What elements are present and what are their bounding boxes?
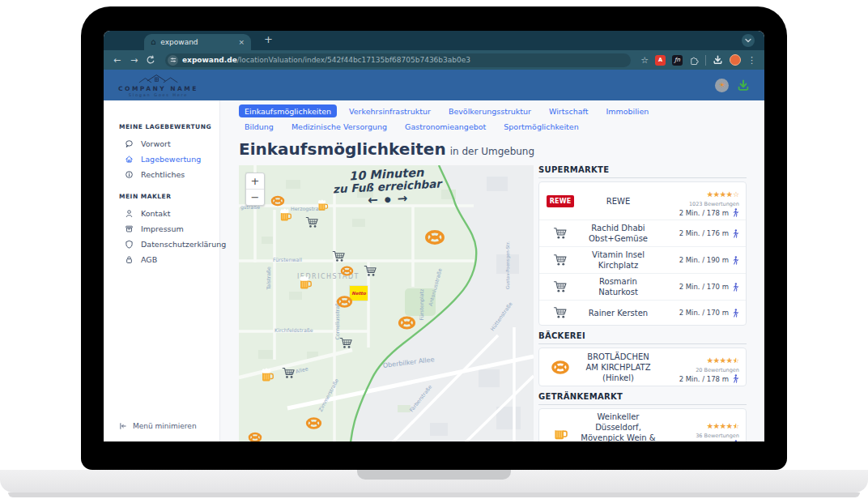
shopping-cart-map-icon[interactable]	[305, 215, 319, 229]
sidebar-item-vorwort[interactable]: Vorwort	[104, 136, 219, 151]
shopping-cart-map-icon[interactable]	[364, 264, 377, 278]
poi-row[interactable]: Rainer Kersten2 Min. / 170 m	[539, 300, 746, 325]
bookmark-star-icon[interactable]: ☆	[640, 56, 649, 65]
tab-medizinische-versorgung[interactable]: Medizinische Versorgung	[286, 120, 393, 133]
url-text: expowand.de/locationValuation/index/542f…	[182, 56, 470, 64]
tab-close-icon[interactable]: ×	[238, 38, 245, 46]
poi-panel: SUPERMÄRKTEREWEREWE☆☆☆☆☆★★★★★1023 Bewert…	[538, 165, 747, 441]
sidebar-section-heading: MEINE LAGEBEWERTUNG	[104, 123, 219, 136]
collapse-menu-button[interactable]: Menü minimieren	[119, 422, 197, 430]
sidebar-item-agb[interactable]: AGB	[104, 252, 219, 267]
map-zoom-out-button[interactable]: −	[246, 190, 264, 205]
sidebar-item-impressum[interactable]: Impressum	[104, 221, 219, 237]
pretzel-map-icon[interactable]	[305, 415, 322, 432]
poi-row[interactable]: BROTLÄDCHEN AM KIRCHPLATZ (Hinkel)☆☆☆☆☆★…	[539, 348, 746, 386]
tab-search-button[interactable]	[742, 34, 755, 47]
theme-sun-button[interactable]: ☀	[715, 79, 729, 92]
shopping-cart-icon	[553, 227, 568, 240]
poi-row[interactable]: Vitamin Insel Kirchplatz2 Min. / 190 m	[539, 246, 746, 273]
page-title: Einkaufsmöglichkeitenin der Umgebung	[239, 139, 747, 159]
pretzel-icon	[551, 360, 570, 374]
shopping-cart-map-icon[interactable]	[332, 250, 346, 263]
poi-section-title: GETRÄNKEMARKT	[538, 392, 747, 405]
poi-row[interactable]: REWEREWE☆☆☆☆☆★★★★★1023 Bewertungen2 Min.…	[539, 182, 746, 220]
tab-bildung[interactable]: Bildung	[239, 120, 279, 133]
fn-extension-icon[interactable]: ƒn	[672, 55, 683, 66]
beer-mug-map-icon[interactable]	[298, 275, 313, 290]
back-button[interactable]: ←	[112, 56, 122, 65]
user-icon	[125, 209, 134, 218]
reload-button[interactable]	[146, 55, 155, 65]
distance-label: 2 Min. / 178 m	[679, 375, 729, 383]
walking-person-icon	[732, 256, 739, 265]
pretzel-map-icon[interactable]	[398, 313, 416, 332]
poi-icon	[546, 280, 575, 293]
beer-mug-map-icon[interactable]	[260, 368, 274, 382]
distance-label: 2 Min. / 170 m	[679, 309, 729, 317]
poi-section-title: SUPERMÄRKTE	[538, 165, 747, 178]
tab-sportm-glichkeiten[interactable]: Sportmöglichkeiten	[498, 120, 584, 133]
poi-row[interactable]: Rachid Dhabi Obst+Gemüse2 Min. / 176 m	[539, 220, 746, 246]
poi-name: Rachid Dhabi Obst+Gemüse	[580, 223, 657, 244]
tab-verkehrsinfrastruktur[interactable]: Verkehrsinfrastruktur	[343, 104, 436, 117]
extensions-puzzle-icon[interactable]	[689, 55, 699, 66]
sidebar-item-kontakt[interactable]: Kontakt	[104, 206, 219, 221]
poi-card-list: REWEREWE☆☆☆☆☆★★★★★1023 Bewertungen2 Min.…	[538, 181, 747, 326]
forward-button[interactable]: →	[129, 56, 139, 65]
sidebar-item-rechtliches[interactable]: Rechtliches	[104, 167, 219, 182]
tab-einkaufsm-glichkeiten[interactable]: Einkaufsmöglichkeiten	[239, 104, 337, 117]
company-name: COMPANY NAME	[118, 85, 198, 92]
distance-label: 2 Min. / 190 m	[679, 256, 729, 264]
pretzel-map-icon[interactable]	[248, 430, 262, 441]
pdf-extension-icon[interactable]: A	[655, 55, 666, 66]
tab-bev-lkerungsstruktur[interactable]: Bevölkerungsstruktur	[443, 104, 537, 117]
poi-icon	[546, 360, 575, 374]
company-logo[interactable]: COMPANY NAME Slogan Goes Here	[118, 73, 198, 97]
downloads-icon[interactable]	[713, 55, 723, 65]
walking-person-icon	[732, 374, 739, 383]
tab-wirtschaft[interactable]: Wirtschaft	[543, 104, 594, 117]
menu-dots-icon[interactable]: ⋮	[747, 56, 756, 65]
distance-label: 2 Min. / 170 m	[679, 283, 729, 291]
poi-name: Rainer Kersten	[580, 308, 657, 318]
poi-details: 2 Min. / 190 m	[662, 256, 739, 265]
poi-icon: REWE	[546, 195, 575, 207]
address-bar[interactable]: expowand.de/locationValuation/index/542f…	[165, 53, 631, 67]
pretzel-map-icon[interactable]	[270, 194, 285, 208]
browser-tabstrip: ⌂ expowand × +	[104, 31, 764, 50]
new-tab-button[interactable]: +	[264, 33, 273, 45]
shopping-cart-map-icon[interactable]	[339, 336, 353, 350]
map-zoom-in-button[interactable]: +	[246, 173, 264, 190]
download-report-button[interactable]	[737, 79, 750, 92]
sidebar: MEINE LAGEBEWERTUNGVorwortLagebewertungR…	[104, 100, 220, 441]
pretzel-map-icon[interactable]	[424, 227, 445, 248]
tab-gastronomieangebot[interactable]: Gastronomieangebot	[399, 120, 491, 133]
shopping-cart-map-icon-glyph	[364, 264, 377, 278]
tab-immobilien[interactable]: Immobilien	[600, 104, 654, 117]
sidebar-item-lagebewertung[interactable]: Lagebewertung	[104, 151, 219, 167]
poi-details: 2 Min. / 176 m	[662, 229, 739, 238]
laptop-base	[0, 470, 868, 493]
shopping-cart-map-icon[interactable]	[282, 366, 296, 380]
review-count: 36 Bewertungen	[662, 433, 739, 439]
sidebar-item-datenschutzerklärung[interactable]: Datenschutzerklärung	[104, 237, 219, 252]
pretzel-map-icon[interactable]	[340, 264, 354, 278]
poi-section-title: BÄCKEREI	[538, 331, 747, 344]
map[interactable]: + − 10 Minuten zu Fuß erreichbar ← ● →	[239, 165, 534, 441]
profile-avatar[interactable]	[730, 54, 741, 66]
beer-mug-map-icon[interactable]	[279, 208, 292, 222]
tab-favicon-home-icon: ⌂	[151, 38, 155, 46]
sidebar-item-label: Datenschutzerklärung	[141, 240, 226, 249]
street-label-13: Gustav-Poensgen-Str.	[505, 241, 510, 289]
browser-tab[interactable]: ⌂ expowand ×	[144, 34, 251, 50]
shopping-cart-map-icon-glyph	[332, 250, 346, 263]
tune-icon	[170, 57, 177, 63]
site-settings-icon[interactable]	[168, 55, 178, 66]
lock-icon	[125, 255, 134, 264]
star-rating: ☆☆☆☆☆★★★★★	[707, 423, 739, 431]
toolbar-divider	[705, 55, 706, 66]
pretzel-map-icon[interactable]	[336, 293, 353, 310]
sidebar-item-label: Rechtliches	[141, 170, 185, 179]
poi-row[interactable]: Weinkeller Düsseldorf, Mövenpick Wein & …	[539, 409, 746, 441]
poi-row[interactable]: Rosmarin Naturkost2 Min. / 170 m	[539, 273, 746, 300]
